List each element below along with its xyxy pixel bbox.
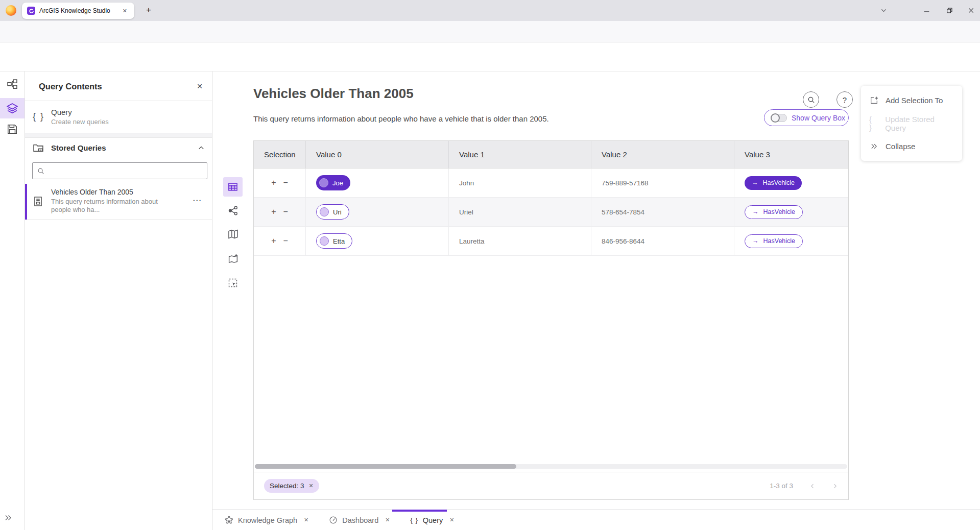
- entity-pill[interactable]: Etta: [316, 233, 352, 249]
- search-input[interactable]: [49, 167, 202, 175]
- arrow-right-icon: →: [752, 208, 759, 215]
- stored-queries-search[interactable]: [32, 162, 207, 179]
- scrollbar-thumb[interactable]: [255, 464, 516, 469]
- add-to-selection-icon[interactable]: +: [271, 237, 276, 245]
- toggle-knob: [771, 113, 780, 123]
- tab-close-icon[interactable]: ✕: [449, 517, 454, 523]
- chevron-up-icon[interactable]: [198, 144, 205, 152]
- column-header[interactable]: Value 3: [734, 141, 848, 168]
- arrow-right-icon: →: [752, 179, 758, 186]
- relationship-pill[interactable]: →HasVehicle: [745, 205, 803, 219]
- entity-pill[interactable]: Joe: [316, 175, 350, 190]
- cell-value: 578-654-7854: [591, 198, 734, 226]
- window-close-button[interactable]: [962, 0, 980, 21]
- query-item-sublabel: Create new queries: [51, 118, 109, 126]
- tab-label: Knowledge Graph: [238, 516, 297, 524]
- relationship-pill[interactable]: →HasVehicle: [745, 234, 803, 248]
- previous-page-icon[interactable]: [809, 483, 816, 489]
- results-table: Selection Value 0 Value 1 Value 2 Value …: [253, 140, 849, 500]
- help-button[interactable]: ?: [836, 91, 853, 108]
- save-rail-icon[interactable]: [7, 124, 18, 135]
- add-selection-to-icon: [869, 96, 878, 105]
- tab-close-icon[interactable]: ✕: [385, 517, 390, 523]
- add-to-selection-icon[interactable]: +: [271, 179, 276, 187]
- column-header[interactable]: Value 1: [448, 141, 591, 168]
- expand-rail-icon[interactable]: [4, 514, 12, 522]
- new-map-button[interactable]: [223, 249, 243, 268]
- remove-from-selection-icon[interactable]: −: [283, 237, 288, 245]
- tab-close-icon[interactable]: ✕: [121, 7, 129, 15]
- window-minimize-button[interactable]: [917, 0, 936, 21]
- search-icon: [37, 167, 44, 175]
- selected-count-label: Selected: 3: [270, 482, 304, 490]
- column-header[interactable]: Value 0: [305, 141, 448, 168]
- tab-dashboard[interactable]: Dashboard ✕: [319, 510, 400, 530]
- show-query-box-toggle[interactable]: Show Query Box: [764, 109, 849, 126]
- bottom-tab-bar: Knowledge Graph ✕ Dashboard ✕ { } Query …: [212, 510, 980, 530]
- new-tab-button[interactable]: +: [143, 4, 154, 16]
- stored-queries-header[interactable]: Stored Queries: [25, 138, 212, 158]
- query-item-label: Query: [51, 108, 72, 116]
- window-restore-button[interactable]: [940, 0, 959, 21]
- panel-close-icon[interactable]: ✕: [195, 81, 205, 91]
- tab-query[interactable]: { } Query ✕: [400, 510, 464, 530]
- app-header: Certification Project ? PL publisher2 la…: [0, 42, 980, 71]
- remove-from-selection-icon[interactable]: −: [283, 208, 288, 216]
- stored-queries-title: Stored Queries: [51, 143, 106, 152]
- clear-selection-icon[interactable]: ✕: [309, 483, 314, 489]
- browser-tab-title: ArcGIS Knowledge Studio: [39, 7, 121, 14]
- knowledge-graph-icon: [225, 516, 233, 524]
- page-range-label: 1-3 of 3: [770, 482, 793, 490]
- tab-knowledge-graph[interactable]: Knowledge Graph ✕: [214, 510, 319, 530]
- stored-query-title: Vehicles Older Than 2005: [51, 188, 133, 196]
- tab-close-icon[interactable]: ✕: [304, 517, 308, 523]
- folder-icon: [33, 142, 44, 154]
- query-create-item[interactable]: { } Query Create new queries: [25, 101, 212, 133]
- selection-tool-button[interactable]: [223, 273, 243, 293]
- menu-item-collapse[interactable]: Collapse: [861, 135, 962, 158]
- tab-label: Query: [423, 516, 443, 524]
- firefox-icon[interactable]: [6, 5, 16, 16]
- stored-query-doc-icon: [33, 196, 43, 207]
- next-page-icon[interactable]: [832, 483, 838, 489]
- browser-navbar: https://dev0028833.esri.com/portal/apps/…: [0, 21, 980, 42]
- toggle-switch[interactable]: [771, 114, 787, 122]
- query-result-description: This query returns information about peo…: [253, 114, 549, 123]
- menu-item-add-selection-to[interactable]: Add Selection To: [861, 89, 962, 112]
- layers-rail-icon[interactable]: [0, 98, 25, 118]
- table-row[interactable]: +− Etta Lauretta 846-956-8644 →HasVehicl…: [254, 227, 848, 256]
- show-query-box-label: Show Query Box: [792, 114, 845, 122]
- menu-item-update-stored-query[interactable]: { } Update Stored Query: [861, 112, 962, 135]
- search-button[interactable]: [803, 91, 819, 108]
- table-row[interactable]: +− Joe John 759-889-57168 →HasVehicle: [254, 168, 848, 198]
- braces-icon: { }: [410, 516, 418, 524]
- more-options-icon[interactable]: ⋯: [193, 195, 202, 206]
- menu-item-label: Add Selection To: [886, 96, 943, 105]
- link-chart-rail-icon[interactable]: [7, 79, 18, 90]
- stored-query-item[interactable]: Vehicles Older Than 2005 This query retu…: [25, 184, 212, 220]
- link-chart-view-button[interactable]: [223, 201, 243, 220]
- remove-from-selection-icon[interactable]: −: [283, 179, 288, 187]
- table-row[interactable]: +− Uri Uriel 578-654-7854 →HasVehicle: [254, 198, 848, 227]
- add-to-selection-icon[interactable]: +: [271, 208, 276, 216]
- tab-label: Dashboard: [342, 516, 378, 524]
- selected-count-chip[interactable]: Selected: 3 ✕: [264, 479, 319, 493]
- table-footer: Selected: 3 ✕ 1-3 of 3: [254, 472, 848, 499]
- stored-query-desc-2: people who ha...: [51, 206, 100, 213]
- query-contents-panel: Query Contents ✕ { } Query Create new qu…: [25, 71, 212, 530]
- entity-pill[interactable]: Uri: [316, 204, 349, 220]
- relationship-pill[interactable]: →HasVehicle: [745, 176, 802, 190]
- horizontal-scrollbar[interactable]: [255, 464, 847, 469]
- cell-value: 846-956-8644: [591, 227, 734, 255]
- cell-value: John: [448, 168, 591, 197]
- map-view-button[interactable]: [223, 224, 243, 244]
- table-view-button[interactable]: [223, 177, 243, 197]
- column-header[interactable]: Value 2: [591, 141, 734, 168]
- browser-tab[interactable]: ArcGIS Knowledge Studio ✕: [22, 3, 134, 19]
- tab-list-chevron-icon[interactable]: [875, 0, 892, 21]
- dashboard-gauge-icon: [329, 516, 338, 524]
- cell-value: Uriel: [448, 198, 591, 226]
- column-header[interactable]: Selection: [254, 141, 305, 168]
- table-empty-area: [254, 256, 848, 472]
- browser-tab-strip: ArcGIS Knowledge Studio ✕ +: [0, 0, 980, 21]
